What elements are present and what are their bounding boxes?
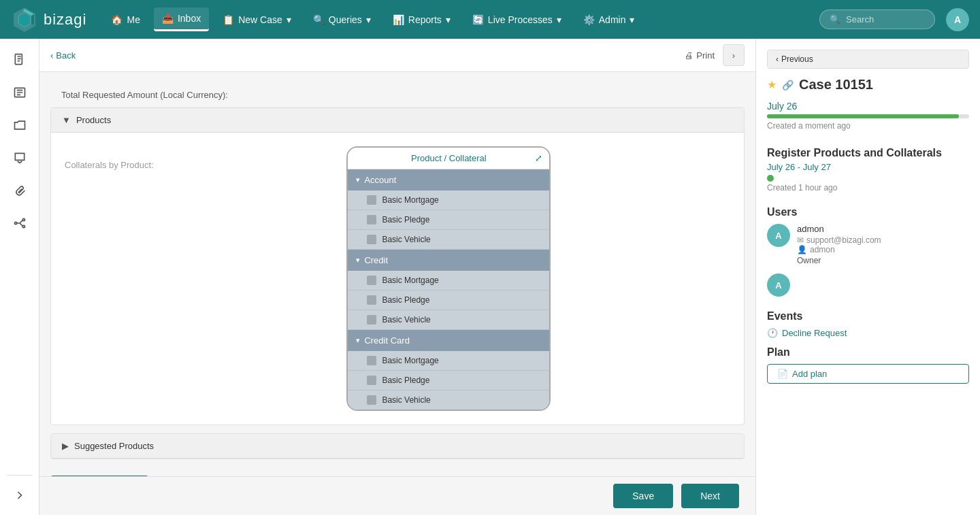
- suggested-section: ▶ Suggested Products: [50, 433, 745, 459]
- chevron-down-icon: ▾: [366, 14, 371, 25]
- task-created-label: Created 1 hour ago: [767, 183, 969, 193]
- print-button[interactable]: 🖨 Print: [685, 50, 715, 61]
- collateral-item[interactable]: Basic Pledge: [348, 210, 549, 230]
- nav-reports[interactable]: 📊 Reports ▾: [385, 9, 459, 31]
- users-title: Users: [767, 206, 969, 218]
- user-icon: 👤: [797, 245, 807, 254]
- collateral-item[interactable]: Basic Pledge: [348, 290, 549, 310]
- user-role: Owner: [797, 256, 881, 265]
- chevron-down-icon: ▾: [557, 14, 561, 25]
- products-body: Collaterals by Product: Product / Collat…: [51, 133, 744, 425]
- checkbox-icon: [367, 395, 376, 405]
- search-bar[interactable]: 🔍 Search: [819, 10, 935, 29]
- collateral-item[interactable]: Basic Vehicle: [348, 230, 549, 250]
- progress-bar-fill: [767, 114, 959, 118]
- liveprocesses-icon: 🔄: [472, 14, 484, 25]
- chevron-left-icon: ‹: [776, 54, 779, 64]
- inbox-icon: 📥: [162, 13, 174, 24]
- case-date-label: July 26: [767, 101, 969, 112]
- created-label: Created a moment ago: [767, 121, 969, 131]
- folder-icon: [13, 118, 27, 132]
- status-dot: [767, 175, 774, 182]
- decline-request-event[interactable]: 🕐 Decline Request: [767, 328, 969, 338]
- sidebar-expand-btn[interactable]: [7, 482, 33, 508]
- chevron-down-icon: ▾: [630, 14, 634, 25]
- sidebar-item-folder[interactable]: [7, 112, 33, 138]
- product-collateral-panel: Product / Collateral ⤢ ▾ Account Basic M…: [346, 146, 551, 411]
- save-button[interactable]: Save: [613, 484, 673, 508]
- print-icon: 🖨: [685, 50, 693, 61]
- nav-live-processes[interactable]: 🔄 Live Processes ▾: [464, 9, 570, 31]
- logo: bizagi: [11, 6, 86, 33]
- checkbox-icon: [367, 295, 376, 305]
- svg-point-10: [22, 225, 24, 227]
- collateral-item[interactable]: Basic Vehicle: [348, 310, 549, 330]
- user-card-secondary: A: [767, 273, 969, 297]
- sidebar-item-list[interactable]: [7, 80, 33, 105]
- nav-new-case[interactable]: 📋 New Case ▾: [214, 9, 299, 31]
- right-panel: ‹ Previous ★ 🔗 Case 10151 July 26 Create…: [755, 39, 980, 515]
- plan-title: Plan: [767, 346, 969, 359]
- attachment-icon: [13, 184, 27, 197]
- checkbox-icon: [367, 356, 376, 365]
- nav-inbox[interactable]: 📥 Inbox: [154, 7, 209, 31]
- collateral-item[interactable]: Basic Mortgage: [348, 351, 549, 371]
- group-arrow-icon: ▾: [356, 176, 360, 184]
- toggle-icon: ▼: [62, 115, 71, 125]
- nav-queries[interactable]: 🔍 Queries ▾: [305, 9, 379, 31]
- collateral-item[interactable]: Basic Mortgage: [348, 190, 549, 210]
- user-card: A admon ✉ support@bizagi.com 👤 admon Own…: [767, 224, 969, 265]
- checkbox-icon: [367, 315, 376, 325]
- user-name: admon: [797, 224, 881, 234]
- sidebar-item-chat[interactable]: [7, 145, 33, 171]
- next-arrow-button[interactable]: ›: [723, 44, 745, 66]
- sidebar-item-documents[interactable]: [7, 47, 33, 73]
- user-email: ✉ support@bizagi.com: [797, 235, 881, 245]
- progress-bar: [767, 114, 969, 118]
- star-icon[interactable]: ★: [767, 78, 777, 91]
- group-arrow-icon: ▾: [356, 336, 360, 345]
- clock-icon: 🕐: [767, 328, 778, 338]
- product-group-credit-card[interactable]: ▾ Credit Card: [348, 330, 549, 351]
- events-title: Events: [767, 310, 969, 322]
- user-avatar[interactable]: A: [946, 8, 969, 31]
- chevron-down-icon: ▾: [287, 14, 291, 25]
- back-chevron-icon: ‹: [50, 50, 53, 61]
- case-link-icon: 🔗: [782, 80, 794, 90]
- panel-expand-icon[interactable]: ⤢: [535, 153, 542, 163]
- user-info-primary: admon ✉ support@bizagi.com 👤 admon Owner: [797, 224, 881, 265]
- admin-icon: ⚙️: [583, 14, 595, 25]
- home-icon: 🏠: [111, 14, 122, 25]
- products-section-header[interactable]: ▼ Products: [51, 108, 744, 133]
- toggle-icon: ▶: [62, 441, 69, 451]
- document-icon: [13, 53, 27, 67]
- products-section: ▼ Products Collaterals by Product: Produ…: [50, 107, 745, 425]
- product-group-credit[interactable]: ▾ Credit: [348, 250, 549, 271]
- user-avatar-secondary: A: [767, 273, 790, 297]
- svg-marker-3: [31, 14, 34, 25]
- list-icon: [13, 86, 27, 99]
- collateral-item[interactable]: Basic Mortgage: [348, 271, 549, 290]
- svg-point-9: [22, 218, 24, 220]
- previous-button[interactable]: ‹ Previous: [767, 50, 969, 69]
- checkbox-icon: [367, 215, 376, 225]
- add-plan-button[interactable]: 📄 Add plan: [767, 364, 969, 384]
- sidebar-item-workflow[interactable]: [7, 210, 33, 236]
- sidebar-item-attachment[interactable]: [7, 178, 33, 203]
- logo-text: bizagi: [44, 11, 86, 29]
- collateral-item[interactable]: Basic Vehicle: [348, 391, 549, 410]
- add-plan-icon: 📄: [777, 369, 788, 379]
- suggested-section-header[interactable]: ▶ Suggested Products: [51, 434, 744, 459]
- nav-admin[interactable]: ⚙️ Admin ▾: [575, 9, 643, 31]
- next-button[interactable]: Next: [681, 484, 739, 508]
- product-group-account[interactable]: ▾ Account: [348, 169, 549, 190]
- task-date-range: July 26 - July 27: [767, 162, 969, 172]
- panel-title-bar: Product / Collateral ⤢: [348, 148, 549, 169]
- back-button[interactable]: ‹ Back: [50, 50, 76, 61]
- footer-bar: Save Next: [39, 476, 755, 515]
- collateral-item[interactable]: Basic Pledge: [348, 371, 549, 391]
- nav-me[interactable]: 🏠 Me: [103, 9, 148, 31]
- reports-icon: 📊: [393, 14, 404, 25]
- sidebar: [0, 39, 39, 515]
- checkbox-icon: [367, 235, 376, 244]
